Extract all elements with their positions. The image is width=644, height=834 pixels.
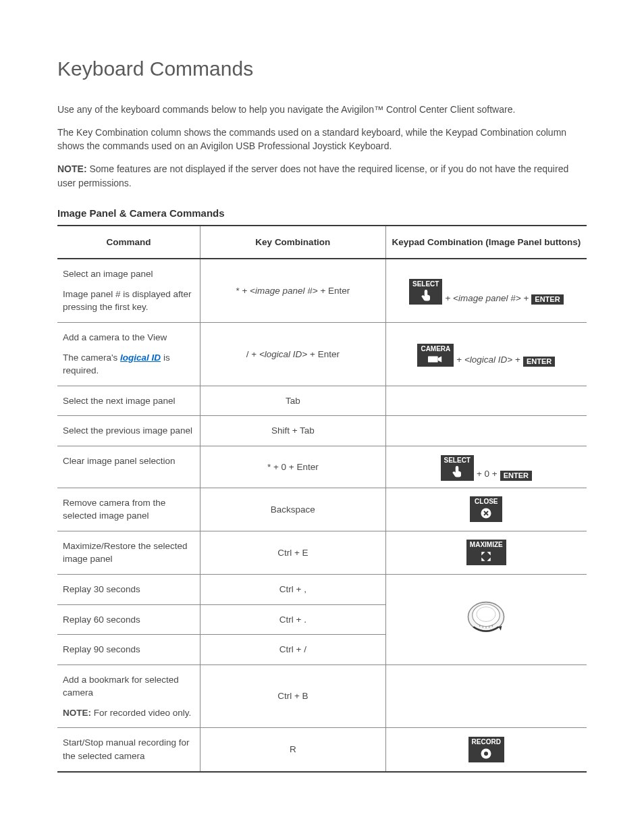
table-row: Replay 30 seconds — [57, 575, 200, 605]
table-row: Start/Stop manual recording for the sele… — [57, 728, 200, 772]
table-row: Remove camera from the selected image pa… — [57, 488, 200, 531]
svg-rect-0 — [428, 356, 438, 362]
enter-button-icon: ENTER — [523, 357, 555, 367]
record-button-icon: RECORD — [468, 737, 504, 762]
keypad-combo: MAXIMIZE — [385, 531, 587, 574]
camera-button-icon: CAMERA — [417, 344, 454, 367]
cmd-subtext: The camera's logical ID is required. — [63, 351, 194, 377]
keypad-combo: RECORD — [385, 728, 587, 772]
cmd-text: Add a bookmark for selected camera — [63, 675, 179, 698]
maximize-icon — [480, 550, 492, 563]
camera-icon — [428, 355, 443, 364]
table-row: Replay 60 seconds — [57, 604, 200, 635]
cmd-text: Select an image panel — [63, 269, 153, 279]
key-combo: Shift + Tab — [200, 416, 385, 446]
key-combo: Ctrl + B — [200, 664, 385, 728]
select-button-icon: SELECT — [441, 455, 474, 481]
key-combo: Ctrl + , — [200, 575, 385, 605]
touch-icon — [451, 466, 463, 478]
svg-point-4 — [477, 606, 495, 621]
key-combo: Backspace — [200, 488, 385, 531]
enter-button-icon: ENTER — [500, 471, 532, 481]
table-row: Clear image panel selection — [57, 446, 200, 488]
note-paragraph: NOTE: Some features are not displayed if… — [57, 162, 587, 190]
keypad-combo: CLOSE — [385, 488, 587, 531]
commands-table: Command Key Combination Keypad Combinati… — [57, 225, 587, 773]
table-row: Replay 90 seconds — [57, 635, 200, 665]
key-combo: Tab — [200, 386, 385, 416]
intro-paragraph-1: Use any of the keyboard commands below t… — [57, 103, 587, 116]
keypad-combo — [385, 664, 587, 728]
key-combo: Ctrl + E — [200, 531, 385, 574]
key-combo: Ctrl + . — [200, 604, 385, 635]
keypad-combo: SELECT + 0 + ENTER — [385, 446, 587, 488]
enter-button-icon: ENTER — [531, 294, 563, 305]
page-title: Keyboard Commands — [57, 54, 587, 84]
section-heading: Image Panel & Camera Commands — [57, 206, 587, 221]
table-row: Add a bookmark for selected camera NOTE:… — [57, 664, 200, 728]
table-row: Maximize/Restore the selected image pane… — [57, 531, 200, 574]
note-label: NOTE: — [57, 163, 87, 174]
note-text: Some features are not displayed if the s… — [57, 163, 568, 188]
cmd-subtext: NOTE: For recorded video only. — [63, 706, 194, 720]
table-row: Select the previous image panel — [57, 416, 200, 446]
select-button-icon: SELECT — [409, 279, 442, 305]
key-combo: R — [200, 728, 385, 772]
col-header-command: Command — [57, 226, 200, 259]
key-combo: Ctrl + / — [200, 635, 385, 665]
keypad-combo — [385, 416, 587, 446]
svg-point-11 — [484, 752, 488, 756]
col-header-key: Key Combination — [200, 226, 385, 259]
table-row: Select an image panel Image panel # is d… — [57, 259, 200, 322]
keypad-combo: CAMERA + <logical ID> + ENTER — [385, 322, 587, 386]
touch-icon — [420, 290, 432, 302]
keypad-combo — [385, 386, 587, 416]
keypad-combo — [385, 575, 587, 665]
key-combo: * + <image panel #> + Enter — [200, 259, 385, 322]
key-combo: / + <logical ID> + Enter — [200, 322, 385, 386]
key-combo: * + 0 + Enter — [200, 446, 385, 488]
record-icon — [480, 748, 492, 760]
close-icon — [480, 507, 492, 519]
logical-id-link[interactable]: logical ID — [120, 353, 161, 363]
maximize-button-icon: MAXIMIZE — [466, 540, 506, 565]
cmd-subtext: Image panel # is displayed after pressin… — [63, 288, 194, 314]
col-header-keypad: Keypad Combination (Image Panel buttons) — [385, 226, 587, 259]
intro-paragraph-2: The Key Combination column shows the com… — [57, 126, 587, 153]
close-button-icon: CLOSE — [470, 496, 502, 522]
keypad-combo: SELECT + <image panel #> + ENTER — [385, 259, 587, 322]
cmd-text: Add a camera to the View — [63, 332, 167, 342]
jog-dial-icon — [460, 598, 512, 637]
table-row: Add a camera to the View The camera's lo… — [57, 322, 200, 386]
table-row: Select the next image panel — [57, 386, 200, 416]
